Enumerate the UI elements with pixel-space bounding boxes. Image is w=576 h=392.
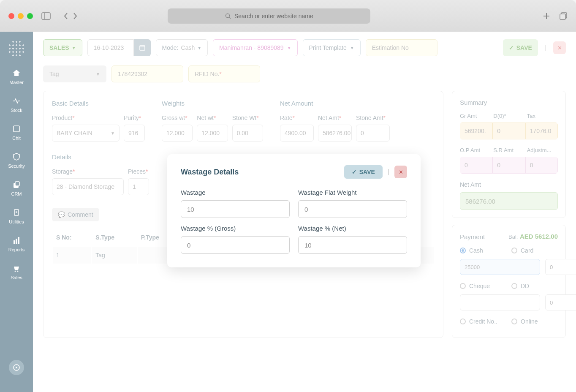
nav-security[interactable]: Security	[8, 152, 25, 169]
modal-save-button[interactable]: ✓SAVE	[344, 165, 383, 179]
url-placeholder: Search or enter website name	[234, 13, 313, 19]
svg-rect-0	[42, 13, 50, 19]
svg-point-2	[226, 14, 229, 17]
browser-chrome: Search or enter website name	[0, 0, 576, 32]
modal-overlay: Wastage Details ✓SAVE | ✕ Wastage Wastag…	[33, 32, 576, 392]
wastage-input[interactable]	[181, 200, 290, 218]
window-maximize-icon[interactable]	[27, 13, 33, 19]
svg-rect-10	[15, 182, 19, 186]
new-tab-icon[interactable]	[542, 12, 551, 20]
svg-rect-8	[14, 126, 19, 132]
wastage-net-input[interactable]	[298, 236, 407, 254]
nav-stock[interactable]: Stock	[11, 97, 22, 113]
svg-line-3	[229, 17, 231, 19]
svg-point-18	[17, 271, 19, 272]
app-logo[interactable]	[8, 40, 25, 57]
search-icon	[225, 13, 231, 19]
modal-title: Wastage Details	[181, 168, 239, 177]
window-minimize-icon[interactable]	[18, 13, 24, 19]
nav-sales[interactable]: Sales	[11, 264, 22, 280]
nav-reports[interactable]: Reports	[8, 236, 25, 252]
tabs-icon[interactable]	[559, 12, 568, 20]
app-sidebar: Master Stock Chit Security CRM Utilities…	[0, 32, 33, 392]
modal-close-button[interactable]: ✕	[394, 166, 407, 178]
main-content: SALES▼ 16-10-2023 Mode:Cash▼ Manimanran …	[33, 32, 576, 392]
nav-chit[interactable]: Chit	[12, 125, 21, 141]
close-icon: ✕	[399, 169, 403, 175]
svg-rect-16	[18, 237, 19, 244]
back-icon[interactable]	[63, 12, 68, 20]
svg-rect-15	[16, 239, 17, 244]
nav-utilities[interactable]: Utilities	[9, 208, 24, 224]
nav-crm[interactable]: CRM	[11, 180, 22, 196]
wastage-gross-input[interactable]	[181, 236, 290, 254]
svg-point-20	[16, 367, 17, 368]
url-bar[interactable]: Search or enter website name	[168, 8, 370, 24]
wastage-modal: Wastage Details ✓SAVE | ✕ Wastage Wastag…	[167, 154, 421, 267]
svg-point-17	[15, 271, 16, 272]
svg-rect-7	[560, 14, 565, 19]
traffic-lights	[8, 13, 33, 19]
check-icon: ✓	[352, 169, 357, 175]
nav-master[interactable]: Master	[9, 69, 24, 85]
help-button[interactable]	[9, 360, 24, 375]
window-close-icon[interactable]	[8, 13, 14, 19]
forward-icon[interactable]	[73, 12, 78, 20]
svg-rect-14	[14, 240, 15, 244]
sidebar-toggle-icon[interactable]	[41, 12, 51, 20]
wastage-flat-input[interactable]	[298, 200, 407, 218]
